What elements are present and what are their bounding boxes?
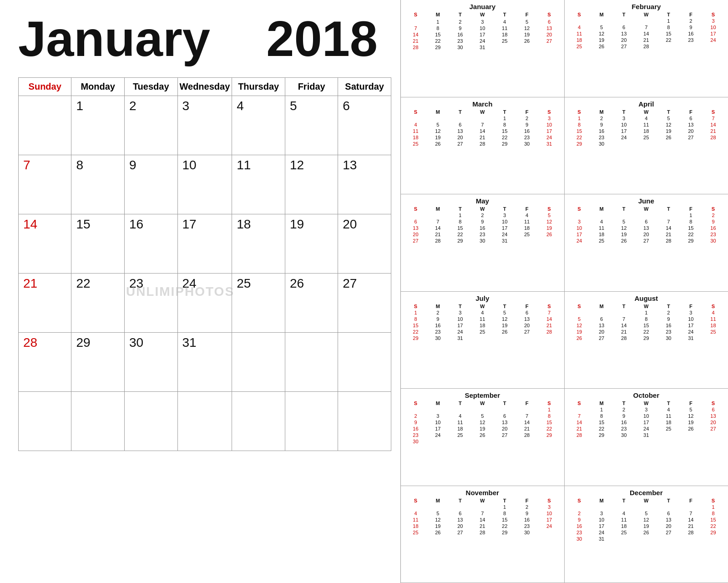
mini-day-cell	[404, 504, 427, 510]
mini-day-cell: 21	[538, 322, 561, 329]
mini-day-cell: 7	[568, 413, 591, 419]
mini-day-cell	[538, 438, 561, 445]
mini-col-header: T	[613, 303, 635, 309]
mini-day-cell: 4	[494, 19, 516, 25]
mini-day-cell: 11	[449, 419, 471, 426]
mini-day-cell	[702, 536, 724, 542]
mini-day-cell: 29	[680, 238, 702, 244]
mini-day-cell	[449, 504, 471, 510]
mini-day-cell: 1	[538, 406, 561, 413]
mini-day-cell	[613, 309, 635, 316]
mini-day-cell: 9	[680, 24, 702, 30]
mini-day-cell: 28	[427, 238, 449, 244]
mini-cal-table: SMTWTFS123456789101112131415161718192021…	[568, 11, 725, 51]
mini-day-cell: 24	[613, 134, 635, 141]
year-title: 2018	[266, 14, 391, 64]
mini-col-header: S	[404, 303, 427, 309]
day-cell: 3	[177, 96, 232, 155]
mini-day-cell: 6	[657, 510, 680, 517]
mini-col-header: M	[427, 400, 449, 406]
day-cell	[338, 333, 391, 392]
mini-day-cell	[538, 238, 561, 244]
mini-day-cell	[516, 147, 538, 148]
mini-day-cell: 25	[568, 43, 591, 50]
mini-day-cell: 14	[635, 30, 657, 37]
mini-col-header: S	[702, 303, 724, 309]
mini-day-cell: 1	[702, 504, 724, 510]
mini-col-header: F	[680, 497, 702, 504]
mini-day-cell: 27	[680, 134, 702, 141]
mini-day-cell: 9	[516, 510, 538, 517]
mini-day-cell	[568, 244, 591, 245]
mini-day-cell	[471, 406, 494, 413]
mini-day-cell: 23	[427, 329, 449, 335]
mini-day-cell: 9	[568, 517, 591, 523]
mini-day-cell	[591, 147, 613, 148]
mini-month-april: AprilSMTWTFS1234567891011121314151617181…	[565, 97, 728, 195]
mini-col-header: T	[494, 206, 516, 212]
mini-day-cell: 24	[449, 329, 471, 335]
header-monday: Monday	[71, 78, 125, 96]
mini-day-cell: 3	[680, 309, 702, 316]
mini-month-july: JulySMTWTFS12345678910111213141516171819…	[401, 292, 565, 389]
mini-day-cell: 22	[635, 329, 657, 335]
mini-day-cell: 3	[538, 504, 561, 510]
mini-day-cell	[471, 504, 494, 510]
mini-day-cell: 27	[635, 238, 657, 244]
day-cell: 20	[338, 214, 391, 274]
mini-day-cell	[657, 147, 680, 148]
mini-day-cell	[657, 536, 680, 542]
mini-day-cell: 13	[702, 413, 724, 419]
header-thursday: Thursday	[232, 78, 285, 96]
mini-day-cell: 9	[449, 25, 471, 31]
mini-day-cell: 25	[404, 529, 427, 536]
mini-day-cell	[613, 141, 635, 147]
mini-day-cell: 5	[427, 510, 449, 517]
mini-day-cell	[471, 341, 494, 342]
mini-day-cell: 11	[613, 517, 635, 523]
mini-day-cell: 10	[568, 225, 591, 231]
mini-day-cell: 29	[404, 335, 427, 341]
mini-day-cell: 8	[657, 24, 680, 30]
mini-day-cell	[427, 504, 449, 510]
mini-day-cell	[404, 147, 427, 148]
mini-day-cell	[591, 244, 613, 245]
mini-col-header: F	[516, 303, 538, 309]
mini-day-cell: 5	[591, 24, 613, 30]
mini-day-cell: 10	[538, 122, 561, 128]
mini-day-cell	[613, 147, 635, 148]
mini-day-cell	[471, 438, 494, 445]
mini-day-cell	[427, 438, 449, 445]
mini-day-cell: 1	[591, 406, 613, 413]
mini-day-cell: 10	[471, 25, 494, 31]
mini-day-cell: 29	[702, 529, 724, 536]
mini-col-header: T	[657, 497, 680, 504]
header-sunday: Sunday	[19, 78, 71, 96]
mini-col-header: T	[449, 400, 471, 406]
mini-day-cell: 20	[635, 231, 657, 238]
mini-day-cell	[404, 341, 427, 342]
mini-day-cell	[613, 50, 635, 51]
mini-day-cell: 4	[591, 218, 613, 225]
mini-day-cell	[494, 147, 516, 148]
mini-cal-table: SMTWTFS123456789101112131415161718192021…	[404, 109, 561, 148]
mini-day-cell: 19	[657, 128, 680, 134]
mini-day-cell: 2	[427, 309, 449, 316]
mini-day-cell: 26	[427, 141, 449, 147]
mini-day-cell: 8	[538, 413, 561, 419]
mini-day-cell: 5	[657, 115, 680, 122]
day-cell: 27	[338, 274, 391, 333]
mini-day-cell	[680, 147, 702, 148]
mini-day-cell: 20	[449, 523, 471, 529]
mini-day-cell: 20	[494, 426, 516, 432]
mini-cal-table: SMTWTFS123456789101112131415161718192021…	[404, 11, 561, 51]
mini-day-cell: 4	[702, 309, 724, 316]
mini-day-cell: 3	[494, 212, 516, 218]
mini-day-cell	[449, 406, 471, 413]
mini-day-cell: 17	[427, 426, 449, 432]
day-cell: 24	[177, 274, 232, 333]
mini-day-cell	[657, 438, 680, 439]
mini-day-cell: 6	[702, 406, 724, 413]
mini-day-cell: 6	[494, 413, 516, 419]
mini-col-header: F	[680, 11, 702, 18]
